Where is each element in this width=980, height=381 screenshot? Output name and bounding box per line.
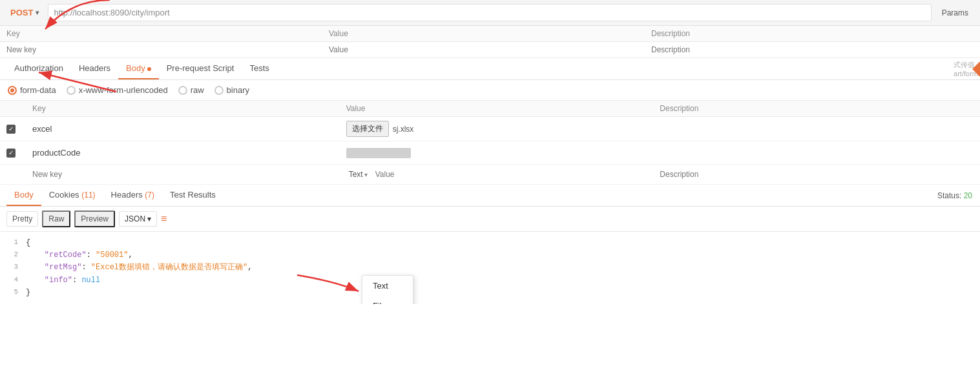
headers-badge: (7) bbox=[145, 190, 154, 200]
type-dropdown-menu: Text File bbox=[362, 275, 413, 304]
col-value: Value bbox=[346, 104, 660, 113]
response-toolbar: Pretty Raw Preview JSON ▾ ≡ bbox=[0, 207, 980, 232]
method-select[interactable]: POST ▾ bbox=[6, 5, 43, 20]
response-tabs-bar: Body Cookies (11) Headers (7) Test Resul… bbox=[0, 185, 980, 207]
radio-binary-dot bbox=[214, 86, 224, 95]
main-wrapper: POST ▾ Params Key Value Description bbox=[0, 0, 980, 304]
key-header: Key bbox=[6, 29, 329, 38]
value-blurred-productcode bbox=[346, 148, 411, 158]
pretty-btn[interactable]: Pretty bbox=[6, 211, 38, 227]
params-table: Key Value Description bbox=[0, 26, 980, 58]
tab-body-label: Body bbox=[126, 63, 145, 73]
request-tabs-bar: Authorization Headers Body Pre-request S… bbox=[0, 58, 980, 80]
url-bar: POST ▾ Params bbox=[0, 0, 980, 26]
filter-icon[interactable]: ≡ bbox=[161, 213, 167, 225]
method-label: POST bbox=[10, 8, 33, 17]
text-type-dropdown[interactable]: Text ▾ bbox=[346, 169, 370, 180]
radio-urlencoded[interactable]: x-www-form-urlencoded bbox=[67, 85, 168, 95]
radio-urlencoded-dot bbox=[67, 86, 76, 95]
response-tab-body[interactable]: Body bbox=[6, 185, 41, 206]
tab-authorization[interactable]: Authorization bbox=[6, 58, 71, 79]
new-value-input-top[interactable] bbox=[329, 45, 651, 54]
format-label: JSON bbox=[125, 214, 145, 223]
code-content-2: "retCode": "50001", bbox=[26, 249, 974, 262]
response-tab-test-results[interactable]: Test Results bbox=[162, 185, 224, 206]
form-data-label: form-data bbox=[20, 85, 56, 95]
code-area: 1 { 2 "retCode": "50001", 3 "retMsg": "E… bbox=[0, 232, 980, 304]
status-label: Status: bbox=[937, 191, 961, 200]
method-chevron: ▾ bbox=[36, 9, 39, 16]
col-check bbox=[6, 104, 32, 113]
response-tab-cookies[interactable]: Cookies (11) bbox=[41, 185, 103, 206]
urlencoded-label: x-www-form-urlencoded bbox=[79, 85, 168, 95]
value-header: Value bbox=[329, 29, 651, 38]
text-dropdown-label: Text bbox=[349, 170, 363, 179]
form-data-table: Key Value Description excel 选择文件 sj.xlsx… bbox=[0, 101, 980, 185]
checkbox-productcode[interactable] bbox=[6, 149, 16, 158]
body-options-bar: form-data x-www-form-urlencoded raw bina… bbox=[0, 80, 980, 101]
new-value-input[interactable] bbox=[375, 170, 472, 179]
radio-binary[interactable]: binary bbox=[214, 85, 249, 95]
tab-body[interactable]: Body bbox=[118, 58, 159, 79]
new-key-input-top[interactable] bbox=[6, 45, 329, 54]
format-select[interactable]: JSON ▾ bbox=[119, 211, 157, 227]
radio-form-data[interactable]: form-data bbox=[8, 85, 56, 95]
checkbox-excel[interactable] bbox=[6, 125, 16, 134]
code-line-3: 3 "retMsg": "Excel数据填错，请确认数据是否填写正确", bbox=[0, 262, 980, 274]
line-num-5: 5 bbox=[6, 287, 26, 299]
form-row-excel: excel 选择文件 sj.xlsx bbox=[0, 117, 980, 141]
code-line-4: 4 "info": null bbox=[0, 274, 980, 287]
new-desc-input[interactable] bbox=[660, 170, 974, 179]
params-table-header: Key Value Description bbox=[0, 26, 980, 42]
code-content-3: "retMsg": "Excel数据填错，请确认数据是否填写正确", bbox=[26, 262, 974, 274]
key-productcode: productCode bbox=[32, 148, 346, 158]
params-button[interactable]: Params bbox=[937, 6, 974, 20]
line-num-4: 4 bbox=[6, 274, 26, 287]
raw-btn[interactable]: Raw bbox=[42, 211, 70, 227]
key-excel: excel bbox=[32, 124, 346, 134]
raw-label: raw bbox=[191, 85, 204, 95]
body-active-dot bbox=[147, 67, 151, 71]
dropdown-item-text[interactable]: Text bbox=[362, 276, 413, 296]
cookies-label: Cookies bbox=[49, 190, 79, 200]
line-num-2: 2 bbox=[6, 249, 26, 262]
params-empty-row bbox=[0, 42, 980, 57]
code-line-5: 5 } bbox=[0, 287, 980, 299]
line-num-3: 3 bbox=[6, 262, 26, 274]
code-line-2: 2 "retCode": "50001", bbox=[0, 249, 980, 262]
choose-file-btn[interactable]: 选择文件 bbox=[346, 121, 389, 137]
tab-tests[interactable]: Tests bbox=[242, 58, 276, 79]
status-code-value: 20 bbox=[964, 191, 972, 200]
format-chevron: ▾ bbox=[147, 214, 151, 223]
code-content-1: { bbox=[26, 237, 974, 249]
radio-form-data-dot bbox=[8, 86, 17, 95]
tab-pre-request[interactable]: Pre-request Script bbox=[159, 58, 242, 79]
binary-label: binary bbox=[227, 85, 249, 95]
code-line-1: 1 { bbox=[0, 237, 980, 249]
new-key-input[interactable] bbox=[32, 170, 346, 179]
radio-raw[interactable]: raw bbox=[178, 85, 204, 95]
radio-raw-dot bbox=[178, 86, 187, 95]
preview-btn[interactable]: Preview bbox=[74, 211, 115, 227]
orange-triangle bbox=[972, 61, 980, 77]
dropdown-item-file[interactable]: File bbox=[362, 296, 413, 304]
desc-header: Description bbox=[651, 29, 974, 38]
value-cell-productcode bbox=[346, 148, 660, 158]
url-input[interactable] bbox=[48, 4, 931, 21]
form-table-header: Key Value Description bbox=[0, 101, 980, 117]
new-desc-input-top[interactable] bbox=[651, 45, 974, 54]
form-row-productcode: productCode bbox=[0, 141, 980, 165]
response-tab-headers[interactable]: Headers (7) bbox=[103, 185, 162, 206]
text-dropdown-arrow: ▾ bbox=[364, 171, 368, 178]
value-cell-excel: 选择文件 sj.xlsx bbox=[346, 121, 660, 137]
tab-headers[interactable]: Headers bbox=[71, 58, 118, 79]
new-row-value-area: Text ▾ bbox=[346, 169, 660, 180]
cookies-badge: (11) bbox=[81, 190, 95, 200]
new-key-row: Text ▾ bbox=[0, 165, 980, 185]
col-key: Key bbox=[32, 104, 346, 113]
code-content-4: "info": null bbox=[26, 274, 974, 287]
file-name-label: sj.xlsx bbox=[393, 125, 414, 134]
line-num-1: 1 bbox=[6, 237, 26, 249]
code-content-5: } bbox=[26, 287, 974, 299]
status-area: Status: 20 bbox=[937, 191, 972, 200]
